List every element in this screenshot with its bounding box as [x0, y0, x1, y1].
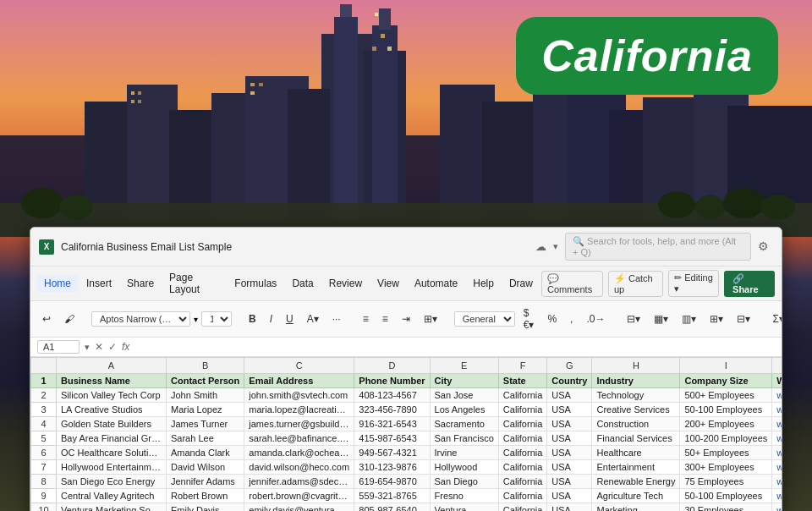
table-cell[interactable]: Bay Area Financial Group — [57, 431, 167, 446]
autosum-btn[interactable]: Σ▾ — [767, 310, 782, 327]
menu-draw[interactable]: Draw — [502, 275, 540, 292]
currency-btn[interactable]: $€▾ — [518, 305, 540, 333]
table-cell[interactable]: Financial Services — [592, 431, 680, 446]
table-cell[interactable]: david.wilson@heco.com — [244, 460, 354, 475]
more-btn[interactable]: ··· — [327, 310, 346, 327]
menu-help[interactable]: Help — [466, 275, 501, 292]
table-cell[interactable]: 300+ Employees — [680, 460, 772, 475]
table-cell[interactable]: California — [498, 503, 546, 512]
table-cell[interactable]: Renewable Energy — [592, 475, 680, 489]
table-cell[interactable]: Emily Davis — [167, 503, 244, 512]
col-a[interactable]: A — [57, 358, 167, 374]
menu-automate[interactable]: Automate — [408, 275, 464, 292]
table-cell[interactable]: USA — [547, 489, 592, 503]
col-j[interactable]: J — [772, 358, 782, 374]
table-cell[interactable]: 100-200 Employees — [680, 431, 772, 446]
table-cell[interactable]: Ventura Marketing Solutions — [57, 503, 167, 512]
comma-btn[interactable]: , — [565, 310, 578, 327]
table-cell[interactable]: Hollywood — [430, 460, 498, 475]
table-cell[interactable]: www.sdeco.com — [772, 475, 782, 489]
col-i[interactable]: I — [680, 358, 772, 374]
header-business-name[interactable]: Business Name — [57, 374, 167, 388]
table-cell[interactable]: Los Angeles — [430, 403, 498, 417]
menu-data[interactable]: Data — [285, 275, 320, 292]
table-cell[interactable]: California — [498, 403, 546, 417]
header-country[interactable]: Country — [547, 374, 592, 388]
italic-btn[interactable]: I — [265, 310, 277, 327]
align-right-btn[interactable]: ≡ — [377, 310, 393, 327]
table-cell[interactable]: 200+ Employees — [680, 417, 772, 431]
table-cell[interactable]: California — [498, 431, 546, 446]
col-h[interactable]: H — [592, 358, 680, 374]
table-cell[interactable]: www.ochealth.com — [772, 446, 782, 460]
table-cell[interactable]: Jennifer Adams — [167, 475, 244, 489]
decimal-inc-btn[interactable]: .0→ — [581, 310, 610, 327]
undo-btn[interactable]: ↩ — [37, 310, 56, 327]
table-cell[interactable]: USA — [547, 403, 592, 417]
table-cell[interactable]: Central Valley Agritech — [57, 489, 167, 503]
header-contact-person[interactable]: Contact Person — [167, 374, 244, 388]
table-cell[interactable]: www.gsbuilders.com — [772, 417, 782, 431]
header-phone[interactable]: Phone Number — [354, 374, 430, 388]
insert-cell-btn[interactable]: ⊞▾ — [705, 310, 728, 327]
table-cell[interactable]: maria.lopez@lacreative.com — [244, 403, 354, 417]
table-cell[interactable]: John Smith — [167, 388, 244, 403]
table-cell[interactable]: James Turner — [167, 417, 244, 431]
col-c[interactable]: C — [244, 358, 354, 374]
table-cell[interactable]: www.svtech.com — [772, 388, 782, 403]
table-cell[interactable]: 30 Employees — [680, 503, 772, 512]
table-cell[interactable]: Technology — [592, 388, 680, 403]
menu-insert[interactable]: Insert — [80, 275, 118, 292]
table-cell[interactable]: San Jose — [430, 388, 498, 403]
dropdown-icon[interactable]: ▾ — [553, 241, 558, 252]
header-state[interactable]: State — [498, 374, 546, 388]
font-size-selector[interactable]: 11 — [201, 311, 232, 327]
delete-cell-btn[interactable]: ⊟▾ — [732, 310, 755, 327]
format-table-btn[interactable]: ▥▾ — [677, 310, 701, 327]
table-cell[interactable]: USA — [547, 475, 592, 489]
table-cell[interactable]: Sacramento — [430, 417, 498, 431]
cancel-icon[interactable]: ✕ — [95, 341, 103, 353]
table-cell[interactable]: Irvine — [430, 446, 498, 460]
header-website[interactable]: Website — [772, 374, 782, 388]
table-cell[interactable]: California — [498, 475, 546, 489]
table-cell[interactable]: USA — [547, 446, 592, 460]
table-cell[interactable]: California — [498, 446, 546, 460]
col-b[interactable]: B — [167, 358, 244, 374]
cell-reference[interactable] — [37, 340, 80, 354]
spreadsheet[interactable]: A B C D E F G H I J 1 Business Name Con — [30, 357, 782, 511]
table-cell[interactable]: USA — [547, 460, 592, 475]
table-cell[interactable]: Marketing — [592, 503, 680, 512]
table-cell[interactable]: USA — [547, 417, 592, 431]
table-cell[interactable]: Fresno — [430, 489, 498, 503]
table-cell[interactable]: 75 Employees — [680, 475, 772, 489]
table-cell[interactable]: 50-100 Employees — [680, 403, 772, 417]
table-cell[interactable]: 949-567-4321 — [354, 446, 430, 460]
table-cell[interactable]: LA Creative Studios — [57, 403, 167, 417]
table-cell[interactable]: www.lacreative.com — [772, 403, 782, 417]
table-cell[interactable]: San Diego — [430, 475, 498, 489]
table-cell[interactable]: Maria Lopez — [167, 403, 244, 417]
font-color-btn[interactable]: A▾ — [302, 310, 324, 327]
settings-icon[interactable]: ⚙ — [758, 239, 773, 255]
menu-formulas[interactable]: Formulas — [228, 275, 283, 292]
fx-icon[interactable]: fx — [122, 341, 129, 353]
table-cell[interactable]: Agriculture Tech — [592, 489, 680, 503]
table-cell[interactable]: Creative Services — [592, 403, 680, 417]
table-cell[interactable]: Ventura — [430, 503, 498, 512]
table-cell[interactable]: 559-321-8765 — [354, 489, 430, 503]
expand-icon[interactable]: ▾ — [85, 342, 90, 353]
table-cell[interactable]: amanda.clark@ochealth.com — [244, 446, 354, 460]
table-cell[interactable]: 500+ Employees — [680, 388, 772, 403]
wrap-btn[interactable]: ⇥ — [397, 310, 415, 327]
table-cell[interactable]: 805-987-6540 — [354, 503, 430, 512]
table-cell[interactable]: www.bafinance.com — [772, 431, 782, 446]
table-cell[interactable]: California — [498, 417, 546, 431]
editing-btn[interactable]: ✏ Editing ▾ — [668, 270, 719, 297]
col-f[interactable]: F — [498, 358, 546, 374]
menu-page-layout[interactable]: Page Layout — [162, 269, 226, 298]
underline-btn[interactable]: U — [281, 310, 299, 327]
table-cell[interactable]: David Wilson — [167, 460, 244, 475]
confirm-icon[interactable]: ✓ — [108, 341, 117, 353]
table-cell[interactable]: USA — [547, 431, 592, 446]
